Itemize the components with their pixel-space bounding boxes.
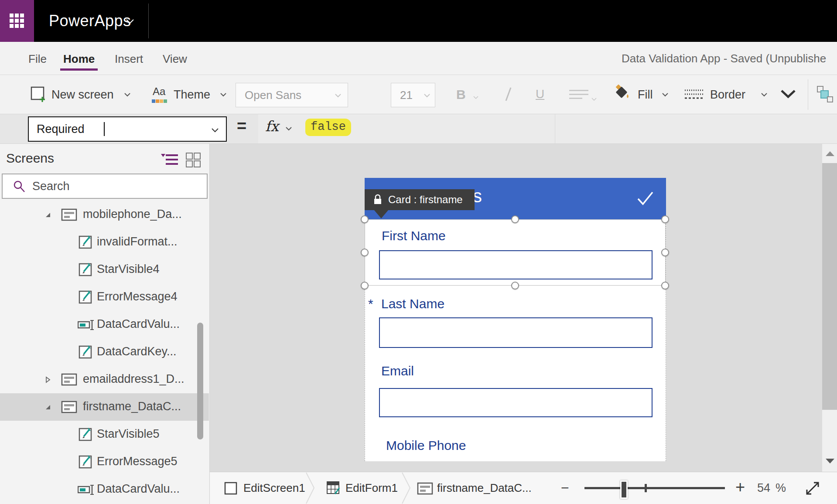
- resize-handle-bottom-center[interactable]: [511, 282, 519, 289]
- field-label-last-name: Last Name: [381, 296, 444, 311]
- border-button[interactable]: Border: [710, 88, 745, 102]
- resize-handle-top-left[interactable]: [361, 215, 369, 223]
- fullscreen-expand-icon[interactable]: [803, 479, 822, 497]
- resize-handle-bottom-left[interactable]: [361, 282, 369, 289]
- font-size-value: 21: [400, 83, 413, 107]
- tree-item-datacardkey[interactable]: DataCardKey...: [0, 338, 209, 366]
- datacard-icon: [61, 373, 78, 386]
- theme-button[interactable]: Theme: [174, 88, 210, 102]
- chevron-down-icon[interactable]: [761, 92, 768, 97]
- design-canvas[interactable]: s First Name * Last Name Email Mobile Ph…: [210, 144, 837, 472]
- zoom-out-button[interactable]: −: [561, 480, 569, 496]
- canvas-scrollbar[interactable]: [822, 144, 837, 472]
- breadcrumb-editform1[interactable]: EditForm1: [345, 481, 398, 495]
- theme-palette-icon: [152, 99, 167, 103]
- resize-handle-top-center[interactable]: [511, 215, 519, 223]
- reorder-panels-icon[interactable]: [817, 85, 834, 103]
- resize-handle-mid-left[interactable]: [361, 249, 369, 256]
- chevron-down-icon[interactable]: [662, 92, 669, 97]
- tree-item-mobilephone-card[interactable]: mobilephone_Da...: [0, 201, 209, 228]
- fx-button[interactable]: fx: [265, 118, 279, 135]
- field-label-mobile-phone: Mobile Phone: [386, 438, 466, 453]
- tree-item-datacardvalue5[interactable]: DataCardValu...: [0, 476, 209, 503]
- menu-file[interactable]: File: [28, 52, 47, 66]
- resize-handle-top-right[interactable]: [661, 215, 669, 223]
- topbar-divider: [148, 3, 149, 38]
- bold-button[interactable]: B: [456, 87, 466, 102]
- tree-item-emailaddress-card[interactable]: emailaddress1_D...: [0, 366, 209, 393]
- fill-bucket-icon: [614, 85, 632, 103]
- tooltip-text: Card : firstname: [388, 189, 463, 210]
- chevron-down-icon: [335, 93, 342, 98]
- ribbon-toolbar: New screen Aa Theme Open Sans 21 B: [0, 75, 837, 114]
- font-family-select[interactable]: Open Sans: [236, 83, 348, 107]
- field-label-email: Email: [381, 364, 414, 378]
- search-box: [2, 174, 208, 199]
- breadcrumb-firstname-datacard[interactable]: firstname_DataC...: [437, 481, 532, 495]
- chevron-down-icon[interactable]: [124, 92, 131, 97]
- formula-input-region: fx false: [258, 114, 837, 143]
- expanded-triangle-icon[interactable]: [44, 211, 51, 219]
- thumbnail-view-icon[interactable]: [186, 153, 202, 167]
- menu-home[interactable]: Home: [63, 52, 95, 66]
- scroll-up-button[interactable]: [822, 144, 837, 163]
- tree-item-datacardvalue4[interactable]: DataCardValu...: [0, 311, 209, 338]
- tree-item-starvisible5[interactable]: StarVisible5: [0, 421, 209, 448]
- menu-view[interactable]: View: [163, 52, 187, 66]
- zoom-percentage: 54: [757, 481, 770, 495]
- last-name-input[interactable]: [379, 317, 653, 348]
- check-icon[interactable]: [637, 190, 654, 207]
- tree-item-firstname-card-selected[interactable]: firstname_DataC...: [0, 393, 209, 421]
- zoom-slider-thumb[interactable]: [620, 480, 628, 499]
- email-input[interactable]: [379, 388, 653, 417]
- tree-item-errormessage4[interactable]: ErrorMessage4: [0, 283, 209, 311]
- tree-item-errormessage5[interactable]: ErrorMessage5: [0, 448, 209, 476]
- property-selector[interactable]: Required: [28, 116, 227, 142]
- tree-item-invalidformat-label[interactable]: invalidFormat...: [0, 228, 209, 256]
- screen-icon: [224, 482, 238, 495]
- search-icon: [13, 180, 26, 193]
- waffle-menu-button[interactable]: [0, 0, 34, 42]
- waffle-icon: [10, 14, 24, 28]
- active-menu-underline: [60, 68, 98, 71]
- expanded-triangle-icon[interactable]: [44, 403, 51, 411]
- formula-text-highlighted[interactable]: false: [305, 119, 351, 136]
- tree-item-starvisible4[interactable]: StarVisible4: [0, 256, 209, 283]
- italic-button[interactable]: [504, 86, 512, 102]
- chevron-down-icon[interactable]: [126, 19, 134, 24]
- text-align-button[interactable]: [569, 90, 591, 100]
- zoom-percent-sign: %: [776, 481, 786, 495]
- more-commands-chevron[interactable]: [780, 89, 796, 99]
- text-input-control-icon: [78, 319, 95, 331]
- chevron-down-icon[interactable]: [220, 92, 227, 97]
- status-bottom-bar: EditScreen1 EditForm1 firstna: [210, 472, 837, 504]
- tooltip-pointer: [374, 210, 389, 218]
- new-screen-button[interactable]: New screen: [51, 88, 114, 102]
- text-input-control-icon: [78, 484, 95, 496]
- top-app-bar: PowerApps: [0, 0, 837, 42]
- menu-bar: File Home Insert View Data Validation Ap…: [0, 42, 837, 75]
- collapsed-triangle-icon[interactable]: [44, 376, 51, 384]
- zoom-slider-track[interactable]: [584, 487, 725, 489]
- label-control-icon: [79, 289, 93, 304]
- menu-insert[interactable]: Insert: [115, 52, 143, 66]
- chevron-down-icon[interactable]: [285, 126, 292, 131]
- resize-handle-mid-right[interactable]: [661, 249, 669, 256]
- zoom-in-button[interactable]: +: [735, 478, 745, 497]
- resize-handle-bottom-right[interactable]: [661, 282, 669, 289]
- breadcrumb-editscreen1[interactable]: EditScreen1: [243, 481, 305, 495]
- search-input[interactable]: [31, 175, 199, 197]
- fill-button[interactable]: Fill: [638, 88, 653, 102]
- app-title: PowerApps: [49, 0, 131, 42]
- sidebar-scrollbar-thumb[interactable]: [197, 323, 203, 439]
- triangle-down-icon[interactable]: [826, 459, 834, 463]
- tree-view-icon[interactable]: [161, 153, 179, 167]
- canvas-scrollbar-thumb[interactable]: [822, 163, 837, 410]
- selection-tooltip: Card : firstname: [365, 189, 475, 210]
- chevron-down-icon[interactable]: [211, 128, 219, 133]
- first-name-input[interactable]: [379, 250, 653, 279]
- underline-button[interactable]: U: [536, 87, 544, 101]
- formula-divider: [555, 114, 555, 143]
- border-icon: [685, 89, 704, 101]
- font-size-select[interactable]: 21: [391, 83, 435, 107]
